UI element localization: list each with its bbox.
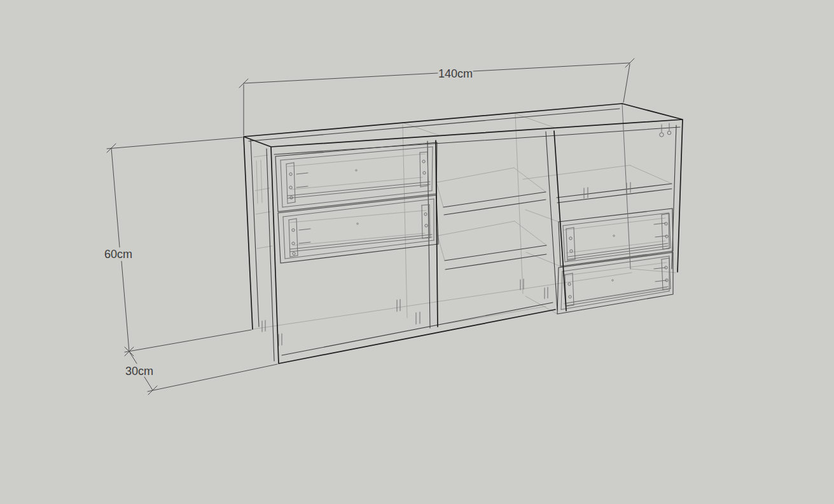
hidden-lines [253,114,676,329]
screw-and-dowel-markers [289,131,671,298]
dimension-depth: 30cm [125,351,277,395]
carcass-inner-edges [249,109,680,361]
width-dimension-lines [239,58,634,135]
furniture-wireframe-canvas: 140cm 60cm 30cm [0,0,834,504]
height-dimension-label: 60cm [104,248,132,261]
drawer-and-shelf-fronts [275,142,673,314]
height-dimension-lines [107,137,251,356]
depth-dimension-label: 30cm [125,365,153,378]
cabinet-wireframe [244,104,683,364]
width-dimension-label: 140cm [438,67,473,80]
carcass-profile-edges [244,104,683,364]
dimension-height: 60cm [104,137,251,356]
dimension-width: 140cm [239,58,634,135]
viewport-3d: 140cm 60cm 30cm [0,0,834,504]
